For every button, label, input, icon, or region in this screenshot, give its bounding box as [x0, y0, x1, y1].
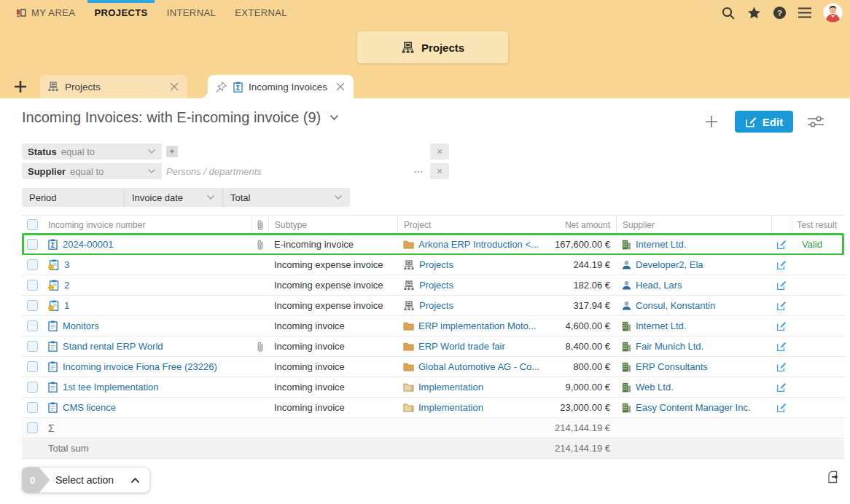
- filter-status-field[interactable]: Status equal to: [22, 146, 162, 157]
- supplier-link[interactable]: ERP Consultants: [636, 361, 708, 372]
- invoice-number-link[interactable]: CMS licence: [63, 402, 116, 413]
- table-row[interactable]: Incoming invoice Fiona Free (23226) Inco…: [22, 357, 844, 377]
- invoice-number-link[interactable]: Monitors: [63, 320, 99, 331]
- row-checkbox[interactable]: [27, 361, 38, 372]
- col-invoice-number[interactable]: Incoming invoice number: [42, 216, 252, 234]
- close-icon[interactable]: [168, 81, 180, 92]
- nav-internal[interactable]: INTERNAL: [167, 0, 217, 25]
- sum-row-checkbox[interactable]: [27, 422, 38, 433]
- invoice-type-icon: [48, 341, 58, 352]
- col-project[interactable]: Project: [397, 216, 547, 234]
- period-aggregate-select[interactable]: Total: [222, 188, 350, 207]
- tab-projects[interactable]: Projects: [40, 75, 187, 98]
- view-settings-icon[interactable]: [806, 114, 825, 132]
- col-test-result[interactable]: Test result: [792, 216, 844, 234]
- invoice-number-link[interactable]: 1: [64, 300, 69, 311]
- project-link[interactable]: ERP World trade fair: [418, 341, 505, 352]
- supplier-link[interactable]: Easy Content Manager Inc.: [636, 402, 751, 413]
- project-link[interactable]: Implementation: [418, 382, 483, 393]
- project-link[interactable]: Projects: [419, 300, 453, 311]
- export-icon[interactable]: [826, 470, 840, 487]
- table-row[interactable]: 1st tee Implementation Incoming invoice …: [22, 377, 844, 398]
- filter-add-value-button[interactable]: +: [166, 146, 178, 157]
- projects-center-button[interactable]: Projects: [357, 31, 508, 63]
- supplier-link[interactable]: Head, Lars: [636, 280, 682, 291]
- projects-tree-icon: [401, 42, 415, 54]
- invoice-number-link[interactable]: 1st tee Implementation: [63, 382, 159, 393]
- nav-my-area[interactable]: MY AREA: [16, 0, 75, 25]
- row-checkbox[interactable]: [27, 259, 38, 270]
- supplier-link[interactable]: Internet Ltd.: [636, 320, 686, 331]
- net-amount-value: 8,400.00 €: [566, 341, 610, 352]
- supplier-link[interactable]: Web Ltd.: [636, 382, 674, 393]
- supplier-link[interactable]: Fair Munich Ltd.: [636, 341, 703, 352]
- filter-clear-icon[interactable]: ×: [430, 146, 449, 157]
- pin-icon[interactable]: [215, 81, 227, 93]
- row-checkbox[interactable]: [27, 300, 38, 311]
- star-icon[interactable]: [746, 6, 762, 20]
- supplier-link[interactable]: Consul, Konstantin: [636, 300, 715, 311]
- project-link[interactable]: Arkona ERP Introduction <...: [418, 239, 539, 250]
- col-net-amount[interactable]: Net amount: [547, 216, 616, 234]
- select-all-checkbox[interactable]: [27, 219, 38, 230]
- edit-row-icon[interactable]: [776, 280, 787, 291]
- tab-incoming-invoices[interactable]: Σ Incoming Invoices: [208, 75, 354, 98]
- invoice-number-link[interactable]: Stand rental ERP World: [63, 341, 163, 352]
- project-link[interactable]: ERP implementation Moto...: [418, 320, 537, 331]
- edit-row-icon[interactable]: [776, 300, 787, 311]
- edit-row-icon[interactable]: [776, 341, 787, 352]
- project-link[interactable]: Projects: [419, 259, 453, 270]
- invoice-number-link[interactable]: Incoming invoice Fiona Free (23226): [63, 361, 217, 372]
- period-date-field-select[interactable]: Invoice date: [124, 188, 222, 207]
- edit-row-icon[interactable]: [776, 361, 787, 372]
- filter-clear-icon[interactable]: ×: [430, 165, 449, 177]
- table-row[interactable]: Σ 2024-00001 E-incoming invoice Arkona E…: [22, 235, 844, 255]
- filter-status-input[interactable]: +: [162, 143, 430, 160]
- avatar[interactable]: [823, 3, 843, 23]
- col-subtype[interactable]: Subtype: [268, 216, 397, 234]
- row-checkbox[interactable]: [27, 320, 38, 331]
- row-checkbox[interactable]: [27, 382, 38, 393]
- close-icon[interactable]: [335, 81, 346, 92]
- supplier-link[interactable]: Internet Ltd.: [636, 239, 686, 250]
- edit-row-icon[interactable]: [776, 239, 787, 250]
- project-link[interactable]: Projects: [419, 280, 453, 291]
- nav-projects[interactable]: PROJECTS: [94, 0, 147, 25]
- period-label[interactable]: Period: [22, 188, 124, 207]
- chevron-down-icon[interactable]: [330, 114, 339, 121]
- edit-row-icon[interactable]: [776, 259, 787, 270]
- row-checkbox[interactable]: [27, 239, 38, 250]
- project-link[interactable]: Global Automotive AG - Co...: [418, 361, 539, 372]
- col-supplier[interactable]: Supplier: [616, 216, 771, 234]
- invoice-number-link[interactable]: 2: [64, 280, 69, 291]
- table-row[interactable]: 3 Incoming expense invoice Projects 244.…: [22, 255, 844, 275]
- lookup-dots-icon[interactable]: ⋯: [413, 165, 426, 177]
- edit-row-icon[interactable]: [776, 382, 787, 393]
- project-link[interactable]: Implementation: [418, 402, 483, 413]
- new-tab-button[interactable]: [13, 79, 28, 98]
- table-row[interactable]: Monitors Incoming invoice ERP implementa…: [22, 316, 844, 336]
- row-checkbox[interactable]: [27, 402, 38, 413]
- help-icon[interactable]: ?: [773, 6, 787, 20]
- add-button[interactable]: [703, 114, 720, 133]
- supplier-link[interactable]: Developer2, Ela: [636, 259, 703, 270]
- edit-row-icon[interactable]: [776, 320, 787, 331]
- edit-button[interactable]: Edit: [735, 111, 793, 133]
- invoice-number-link[interactable]: 3: [64, 259, 69, 270]
- invoice-number-link[interactable]: 2024-00001: [63, 239, 113, 250]
- menu-icon[interactable]: [798, 7, 812, 18]
- table-row[interactable]: 2 Incoming expense invoice Projects 182.…: [22, 275, 844, 296]
- table-row[interactable]: Stand rental ERP World Incoming invoice …: [22, 336, 844, 357]
- chevron-down-icon[interactable]: [147, 168, 156, 174]
- table-row[interactable]: CMS licence Incoming invoice Implementat…: [22, 398, 844, 418]
- select-action-button[interactable]: 0 Select action: [22, 467, 150, 493]
- row-checkbox[interactable]: [27, 280, 38, 291]
- chevron-down-icon[interactable]: [147, 149, 156, 154]
- table-row[interactable]: 1 Incoming expense invoice Projects 317.…: [22, 296, 844, 316]
- search-icon[interactable]: [721, 6, 736, 20]
- row-checkbox[interactable]: [27, 341, 38, 352]
- filter-supplier-field[interactable]: Supplier equal to: [22, 166, 162, 177]
- filter-supplier-input[interactable]: Persons / departments ⋯: [162, 163, 430, 179]
- edit-row-icon[interactable]: [776, 402, 787, 413]
- nav-external[interactable]: EXTERNAL: [235, 0, 287, 25]
